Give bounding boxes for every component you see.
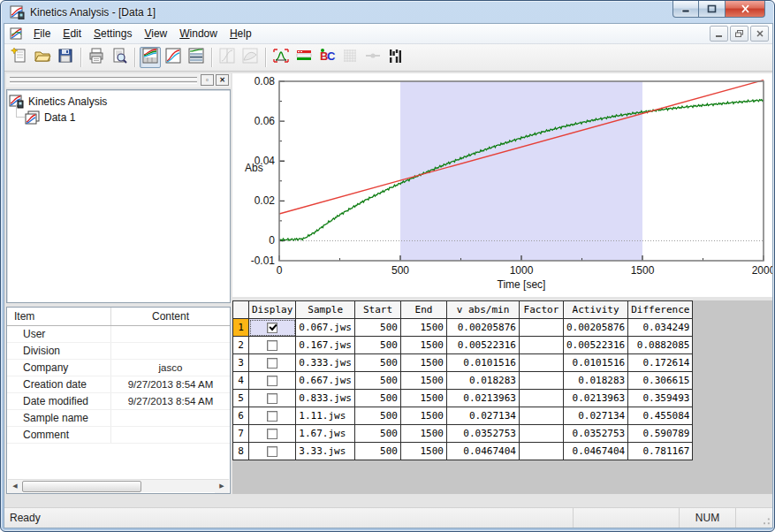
cell-v-abs-min[interactable]: 0.0352753 — [446, 425, 519, 443]
cell-start[interactable]: 500 — [354, 337, 400, 354]
dock-grip[interactable] — [10, 77, 197, 86]
display-checkbox-cell[interactable] — [249, 390, 296, 407]
cell-v-abs-min[interactable]: 0.0213963 — [446, 390, 519, 407]
cell-activity[interactable]: 0.0467404 — [563, 443, 627, 460]
info-row-sample-name[interactable]: Sample name — [7, 410, 230, 427]
dock-close-button[interactable]: ✕ — [216, 74, 229, 86]
kinetics-chart[interactable]: 05001000150020000.080.060.040.020-0.01Ab… — [232, 73, 772, 297]
menu-item-view[interactable]: View — [138, 25, 173, 42]
info-row-division[interactable]: Division — [7, 343, 230, 360]
cell-factor[interactable] — [519, 443, 563, 460]
checkbox-unchecked-icon[interactable] — [267, 411, 277, 422]
cell-activity[interactable]: 0.0352753 — [563, 425, 627, 443]
checkbox-unchecked-icon[interactable] — [267, 429, 277, 439]
scrollbar-track[interactable] — [22, 480, 215, 493]
histogram-button[interactable] — [385, 47, 406, 68]
row-number[interactable]: 7 — [233, 425, 249, 443]
scrollbar-thumb[interactable] — [22, 481, 141, 492]
cell-start[interactable]: 500 — [354, 390, 400, 407]
cell-difference[interactable]: 0.455084 — [628, 407, 693, 425]
info-header-item[interactable]: Item — [7, 308, 111, 325]
cell-activity[interactable]: 0.0213963 — [563, 390, 627, 407]
checkbox-unchecked-icon[interactable] — [267, 340, 277, 351]
tree-item-kinetics-analysis[interactable]: Kinetics Analysis — [9, 94, 228, 110]
row-number[interactable]: 4 — [233, 372, 249, 390]
cell-sample[interactable]: 0.833.jws — [296, 390, 355, 407]
info-row-comment[interactable]: Comment — [7, 427, 230, 444]
cell-factor[interactable] — [519, 372, 563, 390]
row-number[interactable]: 2 — [233, 337, 249, 354]
cell-end[interactable]: 1500 — [400, 337, 446, 354]
document-icon[interactable] — [10, 27, 24, 41]
cell-start[interactable]: 500 — [354, 319, 400, 337]
row-number[interactable]: 5 — [233, 390, 249, 407]
menu-item-settings[interactable]: Settings — [87, 25, 138, 42]
cell-difference[interactable]: 0.359493 — [628, 390, 693, 407]
cell-end[interactable]: 1500 — [400, 372, 446, 390]
menu-item-window[interactable]: Window — [173, 25, 224, 42]
cell-factor[interactable] — [519, 425, 563, 443]
column-header-end[interactable]: End — [400, 301, 446, 319]
cell-v-abs-min[interactable]: 0.0101516 — [446, 354, 519, 372]
print-preview-button[interactable] — [109, 47, 130, 68]
cell-sample[interactable]: 0.333.jws — [296, 354, 355, 372]
info-item-value[interactable]: 9/27/2013 8:54 AM — [111, 379, 230, 390]
peak-region-button[interactable] — [270, 47, 292, 68]
abc-format-button[interactable]: BC — [316, 47, 338, 68]
cell-end[interactable]: 1500 — [400, 354, 446, 372]
menu-item-edit[interactable]: Edit — [57, 25, 87, 42]
display-checkbox-cell[interactable] — [249, 354, 296, 372]
cell-start[interactable]: 500 — [354, 372, 400, 390]
window-close-button[interactable] — [726, 1, 765, 18]
checkbox-unchecked-icon[interactable] — [267, 446, 277, 457]
title-bar[interactable]: Kinetics Analysis - [Data 1] — [1, 1, 774, 24]
color-bands-button[interactable] — [293, 47, 315, 68]
cell-start[interactable]: 500 — [354, 425, 400, 443]
cell-difference[interactable]: 0.034249 — [628, 319, 693, 337]
mdi-minimize-button[interactable] — [710, 26, 728, 42]
checkbox-unchecked-icon[interactable] — [267, 376, 277, 386]
display-checkbox-cell[interactable] — [249, 319, 296, 337]
cell-sample[interactable]: 0.067.jws — [296, 319, 355, 337]
row-number[interactable]: 6 — [233, 407, 249, 425]
cell-difference[interactable]: 0.172614 — [628, 354, 693, 372]
column-header-factor[interactable]: Factor — [519, 301, 563, 319]
display-checkbox-cell[interactable] — [249, 443, 296, 460]
cell-end[interactable]: 1500 — [400, 425, 446, 443]
cell-v-abs-min[interactable]: 0.00522316 — [446, 337, 519, 354]
display-checkbox-cell[interactable] — [249, 337, 296, 354]
row-number[interactable]: 8 — [233, 443, 249, 460]
display-checkbox-cell[interactable] — [249, 425, 296, 443]
mdi-restore-button[interactable] — [730, 26, 748, 42]
window-maximize-button[interactable] — [699, 1, 726, 18]
cell-activity[interactable]: 0.00205876 — [563, 319, 627, 337]
info-header-content[interactable]: Content — [111, 310, 230, 323]
column-header-sample[interactable]: Sample — [296, 301, 355, 319]
column-header-activity[interactable]: Activity — [563, 301, 627, 319]
row-number[interactable]: 1 — [233, 319, 249, 337]
cell-sample[interactable]: 3.33.jws — [296, 443, 355, 460]
window-minimize-button[interactable] — [672, 1, 699, 18]
view-graph-button[interactable] — [163, 47, 184, 68]
cell-activity[interactable]: 0.018283 — [563, 372, 627, 390]
cell-v-abs-min[interactable]: 0.018283 — [446, 372, 519, 390]
column-header-v-abs-min[interactable]: v abs/min — [446, 301, 519, 319]
dock-panel-header[interactable]: ▫ ✕ — [6, 73, 231, 87]
cell-factor[interactable] — [519, 390, 563, 407]
mdi-close-button[interactable] — [750, 26, 769, 42]
display-checkbox-cell[interactable] — [249, 407, 296, 425]
cell-factor[interactable] — [519, 319, 563, 337]
cell-sample[interactable]: 0.167.jws — [296, 337, 355, 354]
cell-start[interactable]: 500 — [354, 407, 400, 425]
open-folder-button[interactable] — [32, 47, 53, 68]
cell-sample[interactable]: 0.667.jws — [296, 372, 355, 390]
save-button[interactable] — [55, 47, 76, 68]
info-item-value[interactable]: 9/27/2013 8:54 AM — [111, 396, 230, 407]
cell-factor[interactable] — [519, 407, 563, 425]
cell-end[interactable]: 1500 — [400, 319, 446, 337]
cell-difference[interactable]: 0.781167 — [628, 443, 693, 460]
new-document-button[interactable] — [9, 47, 30, 68]
checkbox-checked-icon[interactable] — [267, 323, 277, 333]
cell-v-abs-min[interactable]: 0.00205876 — [446, 319, 519, 337]
info-row-date-modified[interactable]: Date modified9/27/2013 8:54 AM — [7, 393, 230, 410]
